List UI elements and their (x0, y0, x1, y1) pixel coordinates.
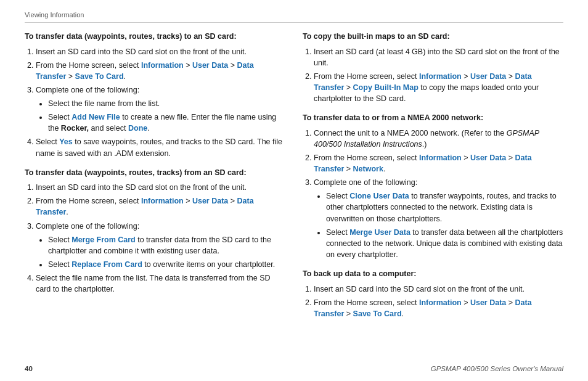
merge-user-data-link: Merge User Data (349, 228, 410, 237)
section2-steps: Insert an SD card into the SD card slot … (25, 182, 285, 295)
rocker-text: Rocker, (61, 124, 89, 133)
step-1-2: From the Home screen, select Information… (36, 60, 285, 82)
info-link-2: Information (141, 197, 184, 205)
page: Viewing Information To transfer data (wa… (0, 0, 588, 381)
done-link: Done (128, 124, 147, 133)
left-column: To transfer data (waypoints, routes, tra… (25, 31, 285, 328)
section-backup: To back up data to a computer: Insert an… (303, 269, 563, 319)
bullet-r2-3-1: Select Clone User Data to transfer waypo… (326, 190, 563, 224)
save-to-card-link-r3: Save To Card (353, 309, 402, 318)
section-title-r3: To back up data to a computer: (303, 269, 563, 280)
yes-link: Yes (59, 137, 73, 146)
right-column: To copy the built-in maps to an SD card:… (303, 31, 563, 328)
section-nmea: To transfer data to or from a NMEA 2000 … (303, 113, 563, 260)
bullet-2-3-1: Select Merge From Card to transfer data … (48, 234, 285, 256)
bullet-1-3-2: Select Add New File to create a new file… (48, 112, 285, 134)
merge-from-card-link: Merge From Card (71, 236, 136, 244)
add-new-file-link: Add New File (71, 113, 120, 121)
step-2-3-bullets: Select Merge From Card to transfer data … (36, 234, 285, 270)
user-data-link-r3: User Data (470, 298, 506, 307)
bullet-1-3-1: Select the file name from the list. (48, 98, 285, 109)
user-data-link-2: User Data (192, 197, 228, 205)
step-1-3-bullets: Select the file name from the list. Sele… (36, 98, 285, 134)
page-footer: 40 GPSMAP 400/500 Series Owner's Manual (25, 365, 563, 372)
step-r1-2: From the Home screen, select Information… (314, 71, 563, 104)
section-r3-steps: Insert an SD card into the SD card slot … (303, 284, 563, 319)
user-data-link-r2: User Data (470, 154, 506, 162)
step-1-3: Complete one of the following: Select th… (36, 84, 285, 134)
save-to-card-link: Save To Card (75, 72, 124, 81)
section1-steps: Insert an SD card into the SD card slot … (25, 46, 285, 159)
section-r2-steps: Connect the unit to a NMEA 2000 network.… (303, 128, 563, 260)
step-1-4: Select Yes to save waypoints, routes, an… (36, 136, 285, 158)
section-title-2: To transfer data (waypoints, routes, tra… (25, 168, 285, 179)
breadcrumb: Viewing Information (25, 11, 563, 23)
step-2-1: Insert an SD card into the SD card slot … (36, 182, 285, 193)
section-copy-maps: To copy the built-in maps to an SD card:… (303, 31, 563, 104)
section-title-r2-text: To transfer data to or from a NMEA 2000 … (303, 113, 483, 122)
bullet-r2-3-2: Select Merge User Data to transfer data … (326, 227, 563, 260)
copy-builtin-link: Copy Built-In Map (353, 83, 419, 92)
section-transfer-from-sd: To transfer data (waypoints, routes, tra… (25, 168, 285, 295)
step-2-2: From the Home screen, select Information… (36, 195, 285, 218)
network-link: Network (353, 165, 383, 173)
section-title-2-text: To transfer data (waypoints, routes, tra… (25, 168, 247, 177)
replace-from-card-link: Replace From Card (71, 260, 142, 269)
info-link-r1: Information (419, 72, 462, 81)
step-r2-1: Connect the unit to a NMEA 2000 network.… (314, 128, 563, 150)
section-title-r1-text: To copy the built-in maps to an SD card: (303, 32, 450, 41)
step-r2-3: Complete one of the following: Select Cl… (314, 177, 563, 260)
step-r1-1: Insert an SD card (at least 4 GB) into t… (314, 46, 563, 68)
step-2-4: Select the file name from the list. The … (36, 272, 285, 295)
section-title-1-text: To transfer data (waypoints, routes, tra… (25, 32, 237, 41)
section-title-r3-text: To back up data to a computer: (303, 269, 417, 278)
section-r1-steps: Insert an SD card (at least 4 GB) into t… (303, 46, 563, 105)
page-number: 40 (25, 365, 33, 372)
section-title-r1: To copy the built-in maps to an SD card: (303, 31, 563, 43)
section-title-1: To transfer data (waypoints, routes, tra… (25, 31, 285, 43)
info-link-r2: Information (419, 154, 462, 162)
section-transfer-to-sd: To transfer data (waypoints, routes, tra… (25, 31, 285, 159)
step-r3-1: Insert an SD card into the SD card slot … (314, 284, 563, 295)
step-r2-3-bullets: Select Clone User Data to transfer waypo… (314, 190, 563, 260)
step-1-1: Insert an SD card into the SD card slot … (36, 46, 285, 57)
step-r3-2: From the Home screen, select Information… (314, 297, 563, 319)
user-data-link: User Data (192, 61, 228, 70)
installation-instructions-italic: GPSMAP 400/500 Installation Instructions (314, 129, 539, 149)
info-link: Information (141, 61, 184, 70)
user-data-link-r1: User Data (470, 72, 506, 81)
info-link-r3: Information (419, 298, 462, 307)
clone-user-data-link: Clone User Data (349, 192, 409, 200)
bullet-2-3-2: Select Replace From Card to overwrite it… (48, 259, 285, 270)
step-r2-2: From the Home screen, select Information… (314, 152, 563, 174)
step-2-3: Complete one of the following: Select Me… (36, 221, 285, 271)
content-area: To transfer data (waypoints, routes, tra… (25, 31, 563, 328)
manual-title: GPSMAP 400/500 Series Owner's Manual (431, 365, 563, 372)
section-title-r2: To transfer data to or from a NMEA 2000 … (303, 113, 563, 124)
